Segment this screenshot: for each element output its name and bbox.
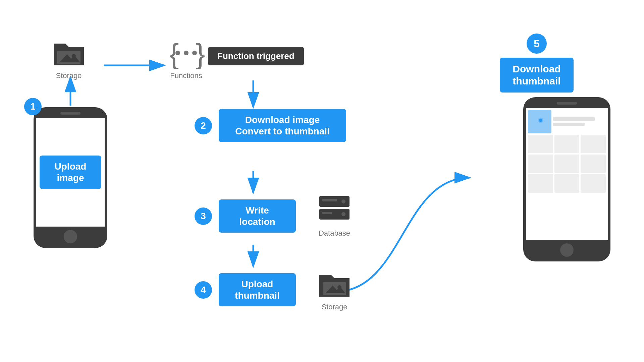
phone-home-left — [64, 230, 77, 243]
app-line-2 — [553, 123, 585, 126]
storage-icon-top: Storage — [50, 37, 87, 80]
step-badge-4: 4 — [195, 281, 212, 299]
app-thumbnail — [528, 110, 551, 133]
functions-icon: { } Functions — [166, 37, 206, 80]
storage-top-label: Storage — [56, 71, 82, 80]
svg-point-14 — [192, 51, 197, 55]
phone-right — [523, 97, 610, 261]
svg-point-17 — [341, 199, 345, 203]
app-line-1 — [553, 117, 595, 121]
svg-rect-16 — [322, 199, 337, 201]
download-convert-btn[interactable]: Download imageConvert to thumbnail — [219, 109, 346, 142]
svg-point-20 — [341, 212, 345, 216]
step-badge-5: 5 — [527, 34, 547, 54]
svg-rect-19 — [322, 212, 332, 214]
svg-text:}: } — [196, 38, 205, 69]
app-text-lines — [553, 110, 606, 133]
storage-icon-bottom: Storage — [316, 268, 353, 311]
svg-point-26 — [539, 119, 542, 122]
app-grid-cell-2 — [554, 135, 580, 153]
database-label: Database — [319, 229, 350, 238]
phone-speaker-right — [557, 102, 577, 105]
write-location-btn[interactable]: Writelocation — [219, 199, 296, 233]
app-screen — [526, 108, 608, 240]
svg-point-12 — [175, 51, 180, 55]
phone-home-right — [560, 243, 574, 257]
storage-bottom-label: Storage — [321, 303, 347, 311]
app-grid-cell-6 — [581, 155, 606, 173]
step-badge-2: 2 — [195, 117, 212, 134]
step2-container: 2 Download imageConvert to thumbnail — [195, 109, 346, 142]
step5-container: 5 Downloadthumbnail — [500, 34, 574, 93]
app-grid-cell-1 — [528, 135, 553, 153]
app-grid-cell-8 — [554, 174, 580, 193]
app-grid-cell-9 — [581, 174, 606, 193]
functions-label: Functions — [170, 71, 202, 80]
app-grid-cell-7 — [528, 174, 553, 193]
svg-point-9 — [72, 54, 76, 58]
database-icon: Database — [316, 194, 353, 238]
app-grid-cell-3 — [581, 135, 606, 153]
step3-container: 3 Writelocation Database — [195, 194, 353, 238]
app-grid-cell-5 — [554, 155, 580, 173]
step4-container: 4 Uploadthumbnail Storage — [195, 268, 353, 311]
upload-thumbnail-btn[interactable]: Uploadthumbnail — [219, 273, 296, 306]
phone-speaker-left — [60, 112, 80, 115]
step-badge-3: 3 — [195, 207, 212, 225]
function-triggered-label: Function triggered — [208, 47, 304, 65]
phone-screen-left: 1 Uploadimage — [36, 118, 105, 227]
diagram: Storage { } Functions Function triggered… — [0, 0, 644, 362]
phone-screen-right — [526, 108, 608, 240]
download-thumbnail-btn[interactable]: Downloadthumbnail — [500, 58, 574, 93]
app-grid-cell-4 — [528, 155, 553, 173]
app-grid — [528, 135, 606, 193]
app-row-1 — [528, 110, 606, 133]
phone-left: 1 Uploadimage — [34, 107, 107, 248]
svg-point-23 — [337, 285, 341, 289]
upload-image-btn[interactable]: Uploadimage — [40, 156, 101, 189]
step-badge-1: 1 — [24, 98, 42, 115]
svg-point-13 — [184, 51, 189, 55]
